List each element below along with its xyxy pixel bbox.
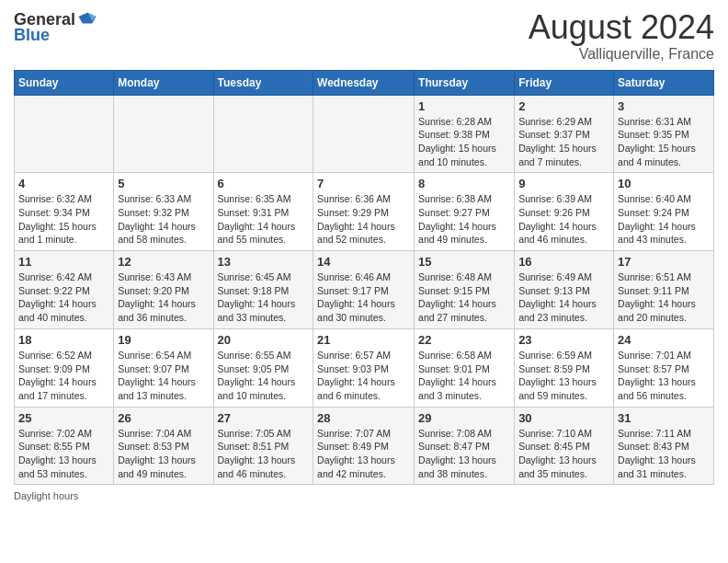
weekday-header-friday: Friday [515,70,614,95]
calendar-cell: 28Sunrise: 7:07 AMSunset: 8:49 PMDayligh… [313,407,415,485]
day-number: 13 [218,255,310,269]
calendar-cell: 17Sunrise: 6:51 AMSunset: 9:11 PMDayligh… [614,251,714,329]
weekday-header-thursday: Thursday [415,70,515,95]
weekday-header-monday: Monday [114,70,213,95]
calendar-cell: 20Sunrise: 6:55 AMSunset: 9:05 PMDayligh… [213,328,313,407]
calendar-cell: 13Sunrise: 6:45 AMSunset: 9:18 PMDayligh… [213,251,313,329]
day-number: 28 [317,411,410,425]
day-info: Sunrise: 6:39 AMSunset: 9:26 PMDaylight:… [518,192,609,247]
day-number: 5 [118,177,209,190]
logo: General Blue [14,9,97,45]
calendar-cell: 31Sunrise: 7:11 AMSunset: 8:43 PMDayligh… [614,407,714,485]
day-number: 11 [18,255,109,269]
calendar-cell: 26Sunrise: 7:04 AMSunset: 8:53 PMDayligh… [114,407,213,485]
day-info: Sunrise: 6:51 AMSunset: 9:11 PMDaylight:… [618,270,710,325]
calendar-week-row: 4Sunrise: 6:32 AMSunset: 9:34 PMDaylight… [15,173,714,251]
day-info: Sunrise: 6:49 AMSunset: 9:13 PMDaylight:… [518,270,609,325]
day-info: Sunrise: 6:42 AMSunset: 9:22 PMDaylight:… [18,270,109,325]
day-info: Sunrise: 6:38 AMSunset: 9:27 PMDaylight:… [418,192,510,247]
footer-text: Daylight hours [14,490,78,501]
page-header: General Blue August 2024 Valliquerville,… [14,9,714,63]
day-info: Sunrise: 6:43 AMSunset: 9:20 PMDaylight:… [118,270,209,325]
calendar-cell: 15Sunrise: 6:48 AMSunset: 9:15 PMDayligh… [415,251,515,329]
day-info: Sunrise: 6:40 AMSunset: 9:24 PMDaylight:… [618,192,710,247]
day-number: 23 [518,333,609,347]
day-number: 3 [618,99,710,113]
calendar-cell: 22Sunrise: 6:58 AMSunset: 9:01 PMDayligh… [415,328,515,407]
day-info: Sunrise: 6:58 AMSunset: 9:01 PMDaylight:… [418,349,510,403]
day-info: Sunrise: 6:45 AMSunset: 9:18 PMDaylight:… [218,270,310,325]
day-info: Sunrise: 6:52 AMSunset: 9:09 PMDaylight:… [18,349,109,403]
day-number: 14 [317,255,410,269]
day-number: 30 [518,411,609,425]
day-info: Sunrise: 7:05 AMSunset: 8:51 PMDaylight:… [218,427,310,481]
weekday-header-saturday: Saturday [614,70,714,95]
day-number: 16 [518,255,609,269]
calendar-table: SundayMondayTuesdayWednesdayThursdayFrid… [14,70,714,486]
main-title: August 2024 [529,9,714,46]
day-info: Sunrise: 7:07 AMSunset: 8:49 PMDaylight:… [317,427,410,481]
day-info: Sunrise: 6:28 AMSunset: 9:38 PMDaylight:… [418,115,510,169]
day-number: 24 [618,333,710,347]
calendar-cell: 16Sunrise: 6:49 AMSunset: 9:13 PMDayligh… [515,251,614,329]
calendar-cell: 4Sunrise: 6:32 AMSunset: 9:34 PMDaylight… [15,173,114,251]
calendar-cell [213,95,313,173]
day-info: Sunrise: 6:33 AMSunset: 9:32 PMDaylight:… [118,192,209,247]
day-number: 2 [518,99,609,113]
day-number: 9 [518,177,609,190]
weekday-header-row: SundayMondayTuesdayWednesdayThursdayFrid… [15,70,714,95]
day-info: Sunrise: 6:55 AMSunset: 9:05 PMDaylight:… [218,349,310,403]
day-number: 6 [218,177,310,190]
logo-text-blue: Blue [14,26,50,45]
calendar-cell [313,95,415,173]
calendar-cell: 18Sunrise: 6:52 AMSunset: 9:09 PMDayligh… [15,328,114,407]
weekday-header-sunday: Sunday [15,70,114,95]
calendar-cell: 7Sunrise: 6:36 AMSunset: 9:29 PMDaylight… [313,173,415,251]
calendar-week-row: 25Sunrise: 7:02 AMSunset: 8:55 PMDayligh… [15,407,714,485]
day-info: Sunrise: 6:59 AMSunset: 8:59 PMDaylight:… [518,349,609,403]
day-number: 31 [618,411,710,425]
day-info: Sunrise: 6:57 AMSunset: 9:03 PMDaylight:… [317,349,410,403]
day-number: 20 [218,333,310,347]
day-info: Sunrise: 7:01 AMSunset: 8:57 PMDaylight:… [618,349,710,403]
subtitle: Valliquerville, France [529,46,714,63]
day-number: 25 [18,411,109,425]
calendar-cell: 12Sunrise: 6:43 AMSunset: 9:20 PMDayligh… [114,251,213,329]
calendar-cell: 29Sunrise: 7:08 AMSunset: 8:47 PMDayligh… [415,407,515,485]
day-number: 8 [418,177,510,190]
day-info: Sunrise: 6:36 AMSunset: 9:29 PMDaylight:… [317,192,410,247]
calendar-cell: 1Sunrise: 6:28 AMSunset: 9:38 PMDaylight… [415,95,515,173]
day-number: 21 [317,333,410,347]
day-number: 29 [418,411,510,425]
calendar-cell [15,95,114,173]
day-info: Sunrise: 7:10 AMSunset: 8:45 PMDaylight:… [518,427,609,481]
day-number: 7 [317,177,410,190]
day-number: 27 [218,411,310,425]
calendar-cell: 14Sunrise: 6:46 AMSunset: 9:17 PMDayligh… [313,251,415,329]
calendar-cell: 27Sunrise: 7:05 AMSunset: 8:51 PMDayligh… [213,407,313,485]
day-number: 4 [18,177,109,190]
calendar-week-row: 1Sunrise: 6:28 AMSunset: 9:38 PMDaylight… [15,95,714,173]
day-info: Sunrise: 6:35 AMSunset: 9:31 PMDaylight:… [218,192,310,247]
calendar-cell: 23Sunrise: 6:59 AMSunset: 8:59 PMDayligh… [515,328,614,407]
day-number: 15 [418,255,510,269]
logo-icon [77,9,97,29]
calendar-week-row: 18Sunrise: 6:52 AMSunset: 9:09 PMDayligh… [15,328,714,407]
calendar-cell [114,95,213,173]
calendar-cell: 5Sunrise: 6:33 AMSunset: 9:32 PMDaylight… [114,173,213,251]
day-info: Sunrise: 7:08 AMSunset: 8:47 PMDaylight:… [418,427,510,481]
calendar-cell: 3Sunrise: 6:31 AMSunset: 9:35 PMDaylight… [614,95,714,173]
weekday-header-tuesday: Tuesday [213,70,313,95]
title-block: August 2024 Valliquerville, France [529,9,714,63]
day-info: Sunrise: 7:11 AMSunset: 8:43 PMDaylight:… [618,427,710,481]
calendar-cell: 2Sunrise: 6:29 AMSunset: 9:37 PMDaylight… [515,95,614,173]
day-info: Sunrise: 6:32 AMSunset: 9:34 PMDaylight:… [18,192,109,247]
calendar-cell: 11Sunrise: 6:42 AMSunset: 9:22 PMDayligh… [15,251,114,329]
day-info: Sunrise: 7:04 AMSunset: 8:53 PMDaylight:… [118,427,209,481]
day-number: 19 [118,333,209,347]
day-number: 22 [418,333,510,347]
calendar-cell: 10Sunrise: 6:40 AMSunset: 9:24 PMDayligh… [614,173,714,251]
calendar-cell: 24Sunrise: 7:01 AMSunset: 8:57 PMDayligh… [614,328,714,407]
day-info: Sunrise: 6:29 AMSunset: 9:37 PMDaylight:… [518,115,609,169]
footer: Daylight hours [14,490,714,501]
